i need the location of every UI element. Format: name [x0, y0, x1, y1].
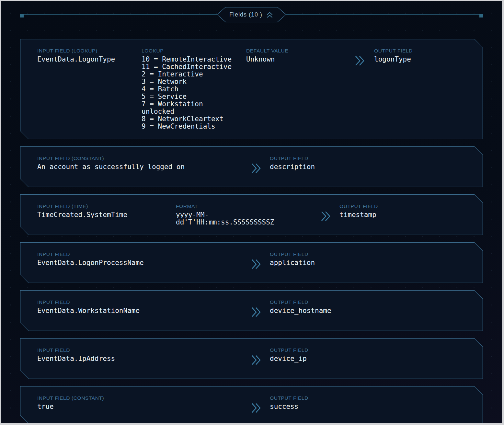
lookup-entry: 8 = NetworkCleartext	[142, 115, 235, 123]
lookup-entry: 7 = Workstation unlocked	[142, 100, 235, 115]
field-card[interactable]: INPUT FIELD (LOOKUP)EventData.LogonTypeL…	[20, 39, 483, 139]
lookup-entry: 10 = RemoteInteractive	[142, 56, 235, 63]
field-card-content: INPUT FIELD (CONSTANT)An account as succ…	[20, 146, 483, 184]
lookup-entry: 11 = CachedInteractive	[142, 63, 235, 71]
input-field-label: INPUT FIELD (TIME)	[37, 203, 176, 209]
field-card-content: INPUT FIELD (LOOKUP)EventData.LogonTypeL…	[20, 39, 483, 139]
output-field-value: description	[270, 163, 470, 171]
output-field-label: OUTPUT FIELD	[270, 299, 470, 305]
input-field: INPUT FIELDEventData.LogonProcessName	[37, 251, 251, 267]
chevron-double-right-icon	[251, 169, 261, 175]
lookup-entries: 10 = RemoteInteractive11 = CachedInterac…	[142, 56, 235, 130]
output-field-value: logonType	[374, 56, 470, 63]
lookup-entry: 3 = Network	[142, 78, 235, 86]
field-card[interactable]: INPUT FIELD (TIME)TimeCreated.SystemTime…	[20, 194, 483, 235]
output-field: OUTPUT FIELDapplication	[270, 251, 470, 267]
chevron-double-right-icon	[251, 361, 261, 366]
output-field-value: application	[270, 259, 470, 267]
output-field-label: OUTPUT FIELD	[270, 251, 470, 257]
input-field: INPUT FIELD (CONSTANT)An account as succ…	[37, 155, 251, 171]
input-field-value: TimeCreated.SystemTime	[37, 211, 176, 219]
output-field: OUTPUT FIELDdevice_hostname	[270, 299, 470, 315]
lookup-entry: 2 = Interactive	[142, 71, 235, 78]
input-field-value: EventData.WorkstationName	[37, 307, 251, 315]
input-field: INPUT FIELDEventData.WorkstationName	[37, 299, 251, 315]
chevron-double-right-icon	[251, 409, 261, 414]
fields-title: Fields (10 )	[229, 11, 262, 18]
input-field-value: EventData.IpAddress	[37, 355, 251, 362]
field-card[interactable]: INPUT FIELD (CONSTANT)trueOUTPUT FIELDsu…	[20, 386, 483, 424]
mapping-arrow-col	[251, 395, 270, 415]
mapping-arrow-col	[251, 155, 270, 175]
input-field-value: true	[37, 403, 251, 410]
input-field-value: An account as successfully logged on	[37, 163, 251, 171]
input-field: INPUT FIELD (TIME)TimeCreated.SystemTime	[37, 203, 176, 219]
field-card-content: INPUT FIELDEventData.WorkstationNameOUTP…	[20, 290, 483, 328]
input-field: INPUT FIELD (CONSTANT)true	[37, 395, 251, 410]
mapping-arrow-col	[321, 203, 339, 223]
format-field-label: FORMAT	[176, 203, 321, 209]
output-field-label: OUTPUT FIELD	[270, 395, 470, 401]
field-card-content: INPUT FIELD (TIME)TimeCreated.SystemTime…	[20, 194, 483, 235]
input-field-label: INPUT FIELD (CONSTANT)	[37, 395, 251, 401]
output-field: OUTPUT FIELDtimestamp	[339, 203, 470, 219]
fields-list: INPUT FIELD (LOOKUP)EventData.LogonTypeL…	[20, 39, 483, 424]
default-value-label: DEFAULT VALUE	[246, 48, 355, 54]
field-card-content: INPUT FIELD (CONSTANT)trueOUTPUT FIELDsu…	[20, 386, 483, 424]
default-value-value: Unknown	[246, 56, 355, 63]
output-field-label: OUTPUT FIELD	[339, 203, 470, 209]
input-field-label: INPUT FIELD (LOOKUP)	[37, 48, 142, 54]
chevron-double-up-icon[interactable]	[266, 11, 274, 19]
field-card-content: INPUT FIELDEventData.IpAddressOUTPUT FIE…	[20, 338, 483, 376]
input-field-value: EventData.LogonProcessName	[37, 259, 251, 267]
mapping-arrow-col	[251, 251, 270, 271]
default-value: DEFAULT VALUEUnknown	[246, 48, 355, 63]
fields-section-header: Fields (10 )	[20, 7, 483, 22]
field-card[interactable]: INPUT FIELD (CONSTANT)An account as succ…	[20, 146, 483, 187]
output-field-label: OUTPUT FIELD	[270, 347, 470, 353]
chevron-double-right-icon	[251, 265, 261, 270]
input-field-value: EventData.LogonType	[37, 56, 142, 63]
lookup-entry: 9 = NewCredentials	[142, 123, 235, 130]
chevron-double-right-icon	[321, 217, 331, 223]
output-field: OUTPUT FIELDdescription	[270, 155, 470, 171]
output-field-value: device_ip	[270, 355, 470, 362]
lookup-entry: 5 = Service	[142, 93, 235, 100]
line-endcap-left	[20, 14, 24, 17]
field-card[interactable]: INPUT FIELDEventData.IpAddressOUTPUT FIE…	[20, 338, 483, 379]
output-field-value: success	[270, 403, 470, 410]
output-field: OUTPUT FIELDsuccess	[270, 395, 470, 410]
input-field-label: INPUT FIELD	[37, 299, 251, 305]
field-card-content: INPUT FIELDEventData.LogonProcessNameOUT…	[20, 242, 483, 280]
input-field: INPUT FIELD (LOOKUP)EventData.LogonType	[37, 48, 142, 63]
input-field: INPUT FIELDEventData.IpAddress	[37, 347, 251, 362]
input-field-label: INPUT FIELD	[37, 251, 251, 257]
output-field-value: timestamp	[339, 211, 470, 219]
output-field: OUTPUT FIELDlogonType	[374, 48, 470, 63]
output-field-label: OUTPUT FIELD	[270, 155, 470, 161]
chevron-double-right-icon	[251, 313, 261, 318]
line-endcap-right	[479, 14, 483, 17]
fields-header-badge[interactable]: Fields (10 )	[217, 7, 286, 22]
mapping-arrow-col	[251, 299, 270, 319]
input-field-label: INPUT FIELD	[37, 347, 251, 353]
chevron-double-right-icon	[355, 62, 365, 67]
mapping-arrow-col	[355, 48, 374, 67]
output-field-value: device_hostname	[270, 307, 470, 315]
field-card[interactable]: INPUT FIELDEventData.LogonProcessNameOUT…	[20, 242, 483, 283]
field-card[interactable]: INPUT FIELDEventData.WorkstationNameOUTP…	[20, 290, 483, 331]
input-field-label: INPUT FIELD (CONSTANT)	[37, 155, 251, 161]
lookup-entry: 4 = Batch	[142, 86, 235, 93]
lookup-label: LOOKUP	[142, 48, 246, 54]
lookup-col: LOOKUP10 = RemoteInteractive11 = CachedI…	[142, 48, 246, 130]
output-field-label: OUTPUT FIELD	[374, 48, 470, 54]
mapping-arrow-col	[251, 347, 270, 367]
output-field: OUTPUT FIELDdevice_ip	[270, 347, 470, 362]
format-field-value: yyyy-MM-dd'T'HH:mm:ss.SSSSSSSSSZ	[176, 211, 283, 226]
format-field: FORMATyyyy-MM-dd'T'HH:mm:ss.SSSSSSSSSZ	[176, 203, 321, 226]
